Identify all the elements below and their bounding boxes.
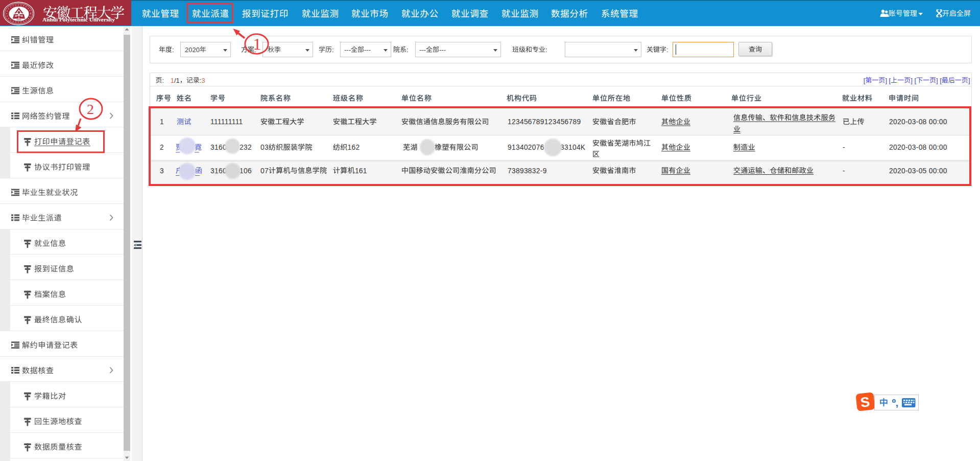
svg-text:1: 1 [253,35,261,53]
svg-text:2: 2 [87,101,94,117]
